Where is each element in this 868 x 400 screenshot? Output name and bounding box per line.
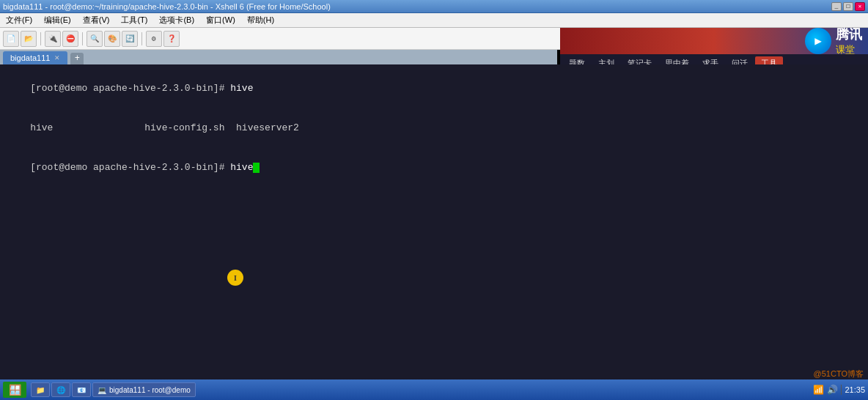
system-tray: 📶 🔊 21:35: [813, 385, 865, 395]
toolbar-new[interactable]: 📄: [3, 31, 19, 47]
taskbar-item-2[interactable]: 🌐: [51, 382, 70, 397]
start-button[interactable]: 🪟: [3, 382, 26, 398]
windows-taskbar: 🪟 📁 🌐 📧 💻 bigdata111 - root@demo 📶 🔊 21:…: [0, 379, 868, 400]
tab-bigdata111[interactable]: bigdata111 ✕: [3, 51, 67, 64]
terminal-cursor: [253, 163, 260, 173]
watermark-text: @51CTO博客: [814, 369, 864, 378]
brand-name: 腾讯: [836, 26, 862, 43]
tab-label: bigdata111: [10, 53, 50, 62]
menu-help[interactable]: 帮助(H): [244, 13, 277, 27]
toolbar-separator-2: [82, 32, 83, 45]
terminal-line-1: [root@demo apache-hive-2.3.0-bin]# hive: [7, 69, 861, 108]
minimize-button[interactable]: _: [831, 2, 842, 11]
close-button[interactable]: ✕: [855, 2, 865, 11]
menu-view[interactable]: 查看(V): [80, 13, 113, 27]
xshell-icon: 💻: [98, 386, 106, 394]
tray-volume: 🔊: [827, 385, 838, 395]
taskbar-item-3[interactable]: 📧: [72, 382, 91, 397]
toolbar-search[interactable]: 🔍: [87, 31, 103, 47]
terminal-cmd-3: hive: [230, 162, 253, 173]
autocomplete-hive: hive: [30, 122, 144, 133]
toolbar-help[interactable]: ❓: [163, 31, 180, 47]
window-title: bigdata111 - root@demo:~/training/apache…: [3, 2, 331, 11]
terminal-cmd-1: hive: [230, 83, 253, 94]
toolbar-disconnect[interactable]: ⛔: [62, 31, 78, 47]
tab-add-button[interactable]: +: [70, 53, 84, 64]
taskbar-item-1[interactable]: 📁: [31, 382, 50, 397]
toolbar-connect[interactable]: 🔌: [45, 31, 61, 47]
terminal-line-3: [root@demo apache-hive-2.3.0-bin]# hive: [7, 148, 861, 188]
menu-tools[interactable]: 工具(T): [118, 13, 150, 27]
toolbar-refresh[interactable]: 🔄: [122, 31, 138, 47]
quick-launch: 📁 🌐 📧: [31, 382, 91, 397]
tab-bar: bigdata111 ✕ +: [0, 50, 557, 64]
terminal-line-2: hive hive-config.sh hiveserver2: [7, 108, 861, 148]
window-controls: _ □ ✕: [831, 2, 865, 11]
menu-tabs[interactable]: 选项卡(B): [156, 13, 197, 27]
toolbar-open[interactable]: 📂: [21, 31, 37, 47]
tray-time: 21:35: [845, 385, 865, 394]
yellow-cursor-indicator: I: [227, 270, 243, 286]
menu-window[interactable]: 窗口(W): [203, 13, 238, 27]
menu-file[interactable]: 文件(F): [3, 13, 35, 27]
toolbar-color[interactable]: 🎨: [104, 31, 120, 47]
watermark: @51CTO博客: [814, 368, 864, 379]
maximize-button[interactable]: □: [843, 2, 853, 11]
toolbar-settings[interactable]: ⚙️: [146, 31, 162, 47]
taskbar-running-apps: 💻 bigdata111 - root@demo: [92, 382, 812, 397]
brand-icon: ▶: [805, 28, 831, 54]
brand-logo: ▶ 腾讯 课堂: [805, 26, 862, 56]
menu-bar: 文件(F) 编辑(E) 查看(V) 工具(T) 选项卡(B) 窗口(W) 帮助(…: [0, 13, 868, 28]
terminal-prompt-3: [root@demo apache-hive-2.3.0-bin]#: [30, 162, 230, 173]
title-bar: bigdata111 - root@demo:~/training/apache…: [0, 0, 868, 13]
terminal-area[interactable]: [root@demo apache-hive-2.3.0-bin]# hive …: [0, 64, 868, 382]
menu-edit[interactable]: 编辑(E): [41, 13, 74, 27]
xshell-label: bigdata111 - root@demo: [109, 386, 191, 394]
autocomplete-hive-config: hive-config.sh hiveserver2: [144, 122, 299, 133]
toolbar-separator-1: [40, 32, 41, 45]
tray-network: 📶: [813, 385, 824, 395]
taskbar-xshell[interactable]: 💻 bigdata111 - root@demo: [92, 382, 196, 397]
toolbar-separator-3: [141, 32, 142, 45]
branding-panel: ▶ 腾讯 课堂: [560, 28, 868, 54]
tab-close-icon[interactable]: ✕: [54, 54, 60, 62]
terminal-prompt-1: [root@demo apache-hive-2.3.0-bin]#: [30, 83, 230, 94]
brand-name-group: 腾讯 课堂: [836, 26, 862, 56]
tray-sep: [841, 385, 842, 395]
